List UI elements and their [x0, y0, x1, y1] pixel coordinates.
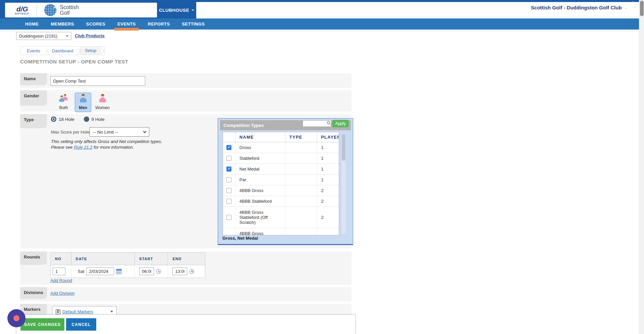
apply-button[interactable]: Apply	[332, 120, 348, 127]
column-date: DATE	[71, 253, 135, 265]
nav-events[interactable]: EVENTS	[117, 21, 136, 27]
divisions-label: Divisions	[20, 287, 47, 299]
cancel-button[interactable]: CANCEL	[66, 318, 96, 331]
markers-value[interactable]: Default Markers	[62, 309, 93, 314]
table-row[interactable]: Par 1	[223, 175, 339, 185]
rule-link[interactable]: Rule 21.2	[74, 145, 93, 150]
name-input[interactable]	[50, 76, 145, 86]
dotgolf-logo: d/G DOTGOLF	[15, 6, 29, 15]
panel-scrollbar[interactable]	[341, 133, 346, 234]
add-division-link[interactable]: Add Division	[50, 291, 74, 296]
page-scrollbar[interactable]	[639, 0, 644, 334]
chevron-down-icon	[66, 35, 68, 37]
competition-types-panel: Competition Types Apply NAME TYPE PLAYER…	[218, 118, 353, 245]
table-row[interactable]: 4BBB Gross Stableford (Off Scratch) 2	[223, 207, 339, 228]
page-title: COMPETITION SETUP - OPEN COMP TEST	[20, 59, 128, 64]
name-label: Name	[20, 73, 47, 85]
column-start: START	[135, 253, 168, 265]
chevron-down-icon: ⌄	[625, 6, 627, 9]
rounds-label: Rounds	[20, 251, 47, 265]
chevron-down-icon	[192, 9, 194, 11]
add-round-link[interactable]: Add Round	[50, 278, 72, 283]
column-players: PLAYERS	[317, 132, 339, 142]
calendar-icon[interactable]	[116, 269, 122, 274]
clubhouse-label: CLUBHOUSE	[159, 8, 189, 13]
max-score-note-2: Please see Rule 21.2 for more informatio…	[51, 145, 134, 150]
default-marker-icon: D	[56, 309, 60, 314]
page-scrollbar-thumb[interactable]	[640, 1, 644, 16]
chat-widget-button[interactable]	[7, 309, 25, 327]
club-select[interactable]: Duddingston (2191)	[16, 32, 71, 40]
panel-scrollbar-thumb[interactable]	[342, 134, 345, 161]
clock-icon[interactable]	[189, 269, 194, 274]
clock-icon[interactable]	[156, 269, 161, 274]
table-row[interactable]: Net Medal 1	[223, 164, 339, 175]
footer-action-bar: SAVE CHANGES CANCEL	[16, 315, 356, 334]
row-checkbox[interactable]	[226, 188, 231, 193]
woman-icon	[99, 94, 106, 103]
rounds-header-row: NO DATE START END	[51, 253, 205, 265]
round-end-input[interactable]	[172, 268, 187, 275]
round-number-input[interactable]	[53, 268, 65, 275]
column-type: TYPE	[285, 132, 317, 142]
hole-type-radios: 18 Hole 9 Hole	[51, 116, 105, 122]
gender-option-both[interactable]: Both	[55, 93, 72, 112]
row-checkbox[interactable]	[226, 156, 231, 161]
competition-types-title: Competition Types	[223, 123, 264, 128]
table-row[interactable]: 4BBB Stableford 2	[223, 196, 339, 207]
account-club-selector[interactable]: Scottish Golf - Duddingston Golf Club⌄	[531, 5, 627, 10]
gender-option-men[interactable]: Men	[75, 93, 91, 112]
round-date-input[interactable]	[86, 268, 114, 275]
round-start-input[interactable]	[139, 268, 154, 275]
table-row[interactable]: 4BBB Gross 2	[223, 185, 339, 196]
gender-label: Gender	[20, 90, 47, 106]
breadcrumb: Events Dashboard Setup	[20, 46, 105, 55]
nav-scores[interactable]: SCORES	[86, 21, 105, 27]
type-label: Type	[20, 114, 47, 128]
table-row[interactable]: Gross 1	[223, 142, 339, 153]
save-changes-button[interactable]: SAVE CHANGES	[20, 318, 64, 331]
dotgolf-label: DOTGOLF	[15, 12, 29, 15]
scottish-golf-wordmark: Scottish Golf	[60, 4, 79, 16]
nav-members[interactable]: MEMBERS	[51, 21, 74, 27]
breadcrumb-setup[interactable]: Setup	[80, 47, 101, 55]
row-checkbox[interactable]	[226, 145, 231, 150]
radio-18-hole[interactable]	[51, 116, 56, 122]
both-gender-icon	[59, 94, 69, 103]
rounds-table: NO DATE START END Sat	[50, 252, 205, 278]
column-end: END	[168, 253, 205, 265]
gender-row: Gender Both Men Women	[20, 90, 352, 111]
column-name: NAME	[235, 132, 285, 142]
row-checkbox[interactable]	[226, 177, 231, 182]
collapse-caret-icon[interactable]: ⌃	[631, 0, 634, 5]
column-no: NO	[51, 253, 71, 265]
nav-home[interactable]: HOME	[25, 21, 39, 27]
breadcrumb-dashboard[interactable]: Dashboard	[47, 48, 78, 53]
breadcrumb-events[interactable]: Events	[22, 48, 45, 53]
gender-option-women[interactable]: Women	[94, 93, 111, 112]
row-checkbox[interactable]	[226, 199, 231, 204]
dotgolf-mark-icon: d/G	[15, 6, 29, 12]
radio-9-hole[interactable]	[84, 116, 89, 122]
row-checkbox[interactable]	[226, 166, 231, 172]
clubhouse-menu[interactable]: CLUBHOUSE	[157, 2, 196, 18]
max-score-label: Max Score per Hole:	[51, 130, 91, 135]
row-checkbox[interactable]	[226, 215, 231, 220]
chevron-down-icon	[110, 311, 113, 313]
max-score-note-1: This setting only affects Gross and Net …	[51, 139, 162, 144]
club-products-link[interactable]: Club Products	[75, 33, 105, 38]
max-score-select[interactable]: -- No Limit --	[90, 127, 149, 137]
logo-divider	[37, 5, 37, 15]
type-row: Type 18 Hole 9 Hole Max Score per Hole: …	[20, 114, 352, 248]
nav-settings[interactable]: SETTINGS	[182, 21, 205, 27]
search-icon	[327, 121, 330, 124]
gender-options: Both Men Women	[55, 93, 111, 112]
brand-logo-box: d/G DOTGOLF Scottish Golf	[5, 3, 157, 17]
competition-types-table: NAME TYPE PLAYERS Gross 1 Stableford 1 N…	[223, 132, 339, 235]
nav-reports[interactable]: REPORTS	[148, 21, 170, 27]
table-row[interactable]: Stableford 1	[223, 153, 339, 164]
table-row[interactable]: 4BBB Gross	[223, 228, 339, 235]
table-header-row: NAME TYPE PLAYERS	[223, 132, 339, 142]
chat-widget-icon	[13, 315, 19, 321]
main-nav: HOME MEMBERS SCORES EVENTS REPORTS SETTI…	[0, 18, 644, 30]
